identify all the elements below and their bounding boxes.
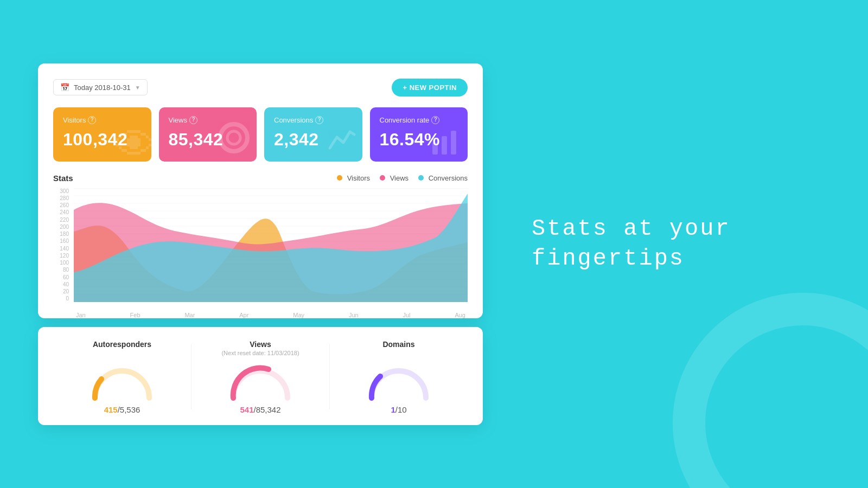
date-label: Today 2018-10-31 bbox=[74, 84, 131, 92]
stat-card-conversions: Conversions ? 2,342 bbox=[264, 107, 362, 162]
legend-conversions: Conversions bbox=[418, 174, 468, 182]
chart-header: Stats Visitors Views Conversions bbox=[53, 174, 468, 183]
svg-point-1 bbox=[227, 131, 240, 144]
svg-rect-2 bbox=[432, 143, 438, 155]
chart-area bbox=[74, 188, 468, 302]
bottom-section: Autoresponders 415/5,536 bbox=[38, 327, 483, 425]
gauge-title-domains: Domains bbox=[382, 340, 414, 349]
right-panel: Stats at your fingertips bbox=[499, 0, 868, 488]
help-icon-views[interactable]: ? bbox=[189, 116, 197, 124]
gauge-values-domains: 1/10 bbox=[391, 405, 406, 414]
left-panel: 📅 Today 2018-10-31 ▼ + NEW POPTIN Visito… bbox=[0, 0, 499, 488]
bg-shape-visitors: 👁 bbox=[113, 124, 151, 162]
stat-card-views: Views ? 85,342 bbox=[159, 107, 257, 162]
help-icon-conversions[interactable]: ? bbox=[315, 116, 323, 124]
new-poptin-button[interactable]: + NEW POPTIN bbox=[392, 79, 468, 97]
hero-line2: fingertips bbox=[532, 244, 731, 274]
help-icon-conv-rate[interactable]: ? bbox=[431, 116, 439, 124]
date-selector[interactable]: 📅 Today 2018-10-31 ▼ bbox=[53, 79, 148, 95]
chart-legend: Visitors Views Conversions bbox=[337, 174, 468, 182]
svg-rect-3 bbox=[442, 136, 447, 155]
chart-section: Stats Visitors Views Conversions bbox=[53, 174, 468, 318]
gauge-title-autoresponders: Autoresponders bbox=[93, 340, 151, 349]
gauge-domains: Domains 1/10 bbox=[330, 340, 468, 414]
chart-xaxis: Jan Feb Mar Apr May Jun Jul Aug bbox=[74, 305, 468, 318]
stat-label-conversions: Conversions ? bbox=[274, 116, 353, 124]
gauge-svg-autoresponders bbox=[90, 363, 155, 401]
gauge-views: Views (Next reset date: 11/03/2018) 541/… bbox=[192, 340, 329, 414]
hero-line1: Stats at your bbox=[532, 214, 731, 244]
stat-card-conv-rate: Conversion rate ? 16.54% bbox=[370, 107, 468, 162]
chevron-down-icon: ▼ bbox=[135, 85, 141, 91]
gauge-svg-domains bbox=[366, 363, 431, 401]
legend-dot-views bbox=[380, 175, 385, 181]
stat-label-conv-rate: Conversion rate ? bbox=[380, 116, 458, 124]
cards-wrapper: 📅 Today 2018-10-31 ▼ + NEW POPTIN Visito… bbox=[38, 63, 483, 425]
help-icon-visitors[interactable]: ? bbox=[88, 116, 96, 124]
dashboard-card: 📅 Today 2018-10-31 ▼ + NEW POPTIN Visito… bbox=[38, 63, 483, 318]
hero-text: Stats at your fingertips bbox=[532, 214, 731, 273]
gauge-values-views: 541/85,342 bbox=[240, 405, 280, 414]
chart-container: 300 280 260 240 220 200 180 160 140 120 … bbox=[53, 188, 468, 318]
stat-cards-row: Visitors ? 100,342 👁 Views ? 85,342 bbox=[53, 107, 468, 162]
gauge-values-autoresponders: 415/5,536 bbox=[104, 405, 141, 414]
calendar-icon: 📅 bbox=[60, 83, 69, 92]
deco-circle bbox=[673, 293, 868, 488]
chart-yaxis: 300 280 260 240 220 200 180 160 140 120 … bbox=[53, 188, 72, 302]
legend-dot-conversions bbox=[418, 175, 424, 181]
gauge-title-views: Views bbox=[250, 340, 271, 349]
stat-card-visitors: Visitors ? 100,342 👁 bbox=[53, 107, 151, 162]
gauge-autoresponders: Autoresponders 415/5,536 bbox=[53, 340, 191, 414]
legend-dot-visitors bbox=[337, 175, 342, 181]
legend-visitors: Visitors bbox=[337, 174, 370, 182]
dashboard-header: 📅 Today 2018-10-31 ▼ + NEW POPTIN bbox=[53, 79, 468, 97]
svg-point-0 bbox=[220, 124, 247, 151]
legend-views: Views bbox=[380, 174, 409, 182]
chart-title: Stats bbox=[53, 174, 73, 183]
gauge-subtitle-views: (Next reset date: 11/03/2018) bbox=[221, 350, 299, 356]
gauge-svg-views bbox=[228, 363, 293, 401]
svg-rect-4 bbox=[451, 131, 456, 155]
